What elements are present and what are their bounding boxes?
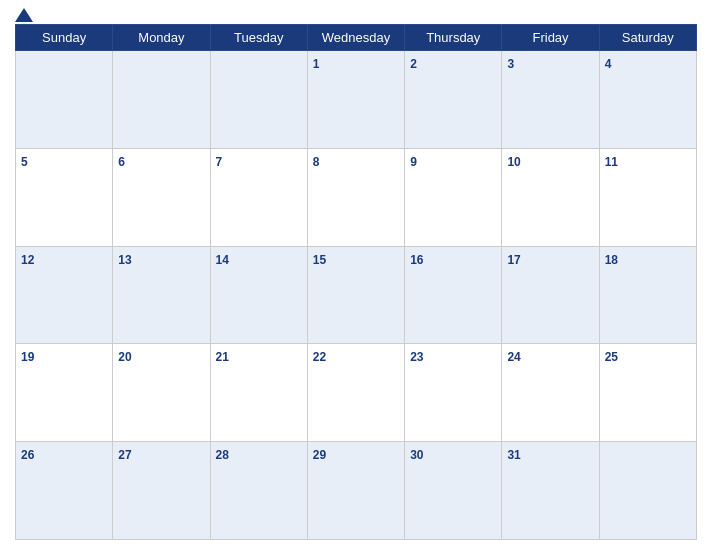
calendar-day-cell: 4	[599, 51, 696, 149]
calendar-day-cell: 2	[405, 51, 502, 149]
weekday-header-tuesday: Tuesday	[210, 25, 307, 51]
day-number: 31	[507, 448, 520, 462]
day-number: 19	[21, 350, 34, 364]
calendar-day-cell: 6	[113, 148, 210, 246]
calendar-day-cell: 24	[502, 344, 599, 442]
day-number: 6	[118, 155, 125, 169]
day-number: 16	[410, 253, 423, 267]
day-number: 30	[410, 448, 423, 462]
day-number: 10	[507, 155, 520, 169]
calendar-day-cell: 9	[405, 148, 502, 246]
weekday-header-sunday: Sunday	[16, 25, 113, 51]
calendar-day-cell: 20	[113, 344, 210, 442]
day-number: 23	[410, 350, 423, 364]
day-number: 20	[118, 350, 131, 364]
calendar-day-cell: 7	[210, 148, 307, 246]
calendar-day-cell: 3	[502, 51, 599, 149]
calendar-day-cell: 10	[502, 148, 599, 246]
calendar-day-cell	[210, 51, 307, 149]
day-number: 5	[21, 155, 28, 169]
day-number: 22	[313, 350, 326, 364]
calendar-day-cell: 13	[113, 246, 210, 344]
day-number: 3	[507, 57, 514, 71]
calendar-day-cell	[599, 442, 696, 540]
calendar-week-row: 1234	[16, 51, 697, 149]
calendar-day-cell: 18	[599, 246, 696, 344]
calendar-day-cell: 31	[502, 442, 599, 540]
calendar-day-cell: 27	[113, 442, 210, 540]
day-number: 24	[507, 350, 520, 364]
day-number: 25	[605, 350, 618, 364]
svg-marker-0	[15, 8, 33, 22]
day-number: 18	[605, 253, 618, 267]
weekday-header-wednesday: Wednesday	[307, 25, 404, 51]
day-number: 11	[605, 155, 618, 169]
calendar-day-cell: 16	[405, 246, 502, 344]
calendar-table: SundayMondayTuesdayWednesdayThursdayFrid…	[15, 24, 697, 540]
calendar-week-row: 262728293031	[16, 442, 697, 540]
weekday-header-saturday: Saturday	[599, 25, 696, 51]
calendar-day-cell: 29	[307, 442, 404, 540]
day-number: 14	[216, 253, 229, 267]
weekday-header-row: SundayMondayTuesdayWednesdayThursdayFrid…	[16, 25, 697, 51]
calendar-day-cell: 23	[405, 344, 502, 442]
logo-blue-text	[15, 8, 34, 22]
day-number: 15	[313, 253, 326, 267]
calendar-week-row: 12131415161718	[16, 246, 697, 344]
calendar-day-cell: 19	[16, 344, 113, 442]
day-number: 1	[313, 57, 320, 71]
calendar-day-cell: 25	[599, 344, 696, 442]
calendar-day-cell	[113, 51, 210, 149]
day-number: 29	[313, 448, 326, 462]
day-number: 8	[313, 155, 320, 169]
day-number: 12	[21, 253, 34, 267]
day-number: 13	[118, 253, 131, 267]
logo-bird-icon	[15, 8, 33, 22]
calendar-week-row: 19202122232425	[16, 344, 697, 442]
calendar-day-cell: 15	[307, 246, 404, 344]
calendar-day-cell: 5	[16, 148, 113, 246]
calendar-day-cell: 30	[405, 442, 502, 540]
calendar-day-cell: 1	[307, 51, 404, 149]
calendar-day-cell	[16, 51, 113, 149]
calendar-day-cell: 21	[210, 344, 307, 442]
day-number: 17	[507, 253, 520, 267]
calendar-day-cell: 8	[307, 148, 404, 246]
day-number: 4	[605, 57, 612, 71]
day-number: 2	[410, 57, 417, 71]
day-number: 7	[216, 155, 223, 169]
logo	[15, 8, 34, 22]
weekday-header-friday: Friday	[502, 25, 599, 51]
calendar-day-cell: 12	[16, 246, 113, 344]
calendar-day-cell: 17	[502, 246, 599, 344]
calendar-day-cell: 11	[599, 148, 696, 246]
day-number: 27	[118, 448, 131, 462]
calendar-header	[15, 10, 697, 20]
calendar-day-cell: 14	[210, 246, 307, 344]
day-number: 26	[21, 448, 34, 462]
calendar-day-cell: 22	[307, 344, 404, 442]
weekday-header-thursday: Thursday	[405, 25, 502, 51]
day-number: 28	[216, 448, 229, 462]
day-number: 9	[410, 155, 417, 169]
weekday-header-monday: Monday	[113, 25, 210, 51]
calendar-day-cell: 28	[210, 442, 307, 540]
calendar-week-row: 567891011	[16, 148, 697, 246]
calendar-day-cell: 26	[16, 442, 113, 540]
day-number: 21	[216, 350, 229, 364]
